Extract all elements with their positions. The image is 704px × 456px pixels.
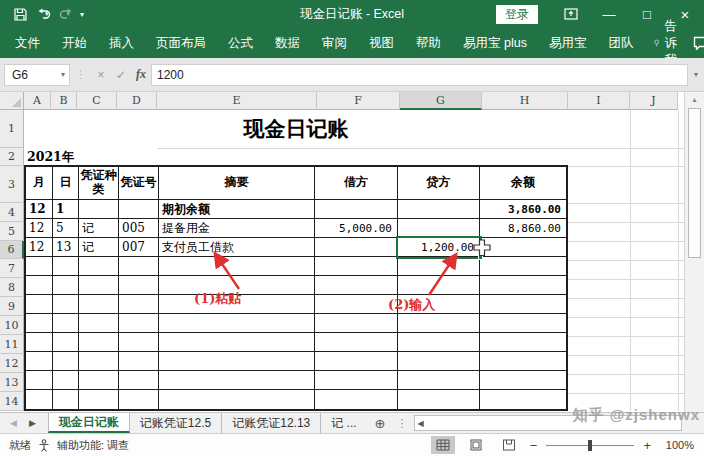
ribbon-tab-page-layout[interactable]: 页面布局	[145, 28, 217, 58]
column-header-b[interactable]: B	[51, 92, 77, 110]
empty-cell[interactable]	[480, 371, 566, 389]
empty-cell[interactable]	[315, 390, 398, 409]
previous-sheet-icon[interactable]: ◀	[10, 418, 17, 428]
ribbon-tab-home[interactable]: 开始	[51, 28, 98, 58]
row-header-9[interactable]: 9	[0, 297, 24, 316]
vertical-scrollbar[interactable]: ▲ ▼	[684, 92, 704, 424]
row-header-7[interactable]: 7	[0, 259, 24, 278]
empty-cell[interactable]	[26, 295, 53, 313]
empty-cell[interactable]	[315, 333, 398, 351]
row-header-1[interactable]: 1	[0, 110, 24, 148]
empty-cell[interactable]	[53, 314, 79, 332]
cell-b4[interactable]: 1	[53, 200, 79, 218]
empty-cell[interactable]	[398, 257, 480, 275]
column-header-h[interactable]: H	[482, 92, 568, 110]
empty-cell[interactable]	[53, 390, 79, 409]
empty-cell[interactable]	[119, 390, 159, 409]
empty-cell[interactable]	[315, 257, 398, 275]
empty-cell[interactable]	[398, 371, 480, 389]
empty-cell[interactable]	[26, 276, 53, 294]
column-header-e[interactable]: E	[157, 92, 317, 110]
cancel-icon[interactable]: ×	[91, 68, 111, 82]
row-header-12[interactable]: 12	[0, 354, 24, 373]
ribbon-tab-insert[interactable]: 插入	[98, 28, 145, 58]
ribbon-tab-help[interactable]: 帮助	[405, 28, 452, 58]
row-header-6[interactable]: 6	[0, 241, 24, 259]
cell-c4[interactable]	[79, 200, 119, 218]
empty-cell[interactable]	[53, 352, 79, 370]
row-header-5[interactable]: 5	[0, 222, 24, 241]
row-header-13[interactable]: 13	[0, 373, 24, 392]
empty-cell[interactable]	[398, 352, 480, 370]
column-header-c[interactable]: C	[77, 92, 117, 110]
empty-cell[interactable]	[79, 333, 119, 351]
cell-a6[interactable]: 12	[26, 238, 53, 256]
next-sheet-icon[interactable]: ▶	[29, 418, 36, 428]
cell-e5[interactable]: 提备用金	[159, 219, 315, 237]
insert-function-icon[interactable]: fx	[131, 67, 151, 82]
page-layout-view-icon[interactable]	[464, 436, 488, 454]
zoom-out-icon[interactable]: −	[530, 438, 538, 453]
cell-c6[interactable]: 记	[79, 238, 119, 256]
header-day[interactable]: 日	[53, 167, 79, 199]
year-cell[interactable]: 2021年	[24, 148, 157, 166]
empty-cell[interactable]	[26, 314, 53, 332]
ribbon-tab-review[interactable]: 审阅	[311, 28, 358, 58]
cell-f5[interactable]: 5,000.00	[315, 219, 398, 237]
empty-cell[interactable]	[53, 276, 79, 294]
formula-input[interactable]: 1200	[151, 64, 688, 86]
empty-cell[interactable]	[79, 371, 119, 389]
cell-f4[interactable]	[315, 200, 398, 218]
empty-cell[interactable]	[159, 352, 315, 370]
cell-h4[interactable]: 3,860.00	[480, 200, 566, 218]
empty-cell[interactable]	[159, 257, 315, 275]
sheet-tab-voucher-12-13[interactable]: 记账凭证12.13	[222, 413, 321, 433]
enter-icon[interactable]: ✓	[111, 68, 131, 82]
minimize-button[interactable]: —	[590, 0, 628, 28]
empty-cell[interactable]	[26, 333, 53, 351]
empty-cell[interactable]	[79, 390, 119, 409]
sheet-tab-voucher-12-5[interactable]: 记账凭证12.5	[130, 413, 222, 433]
empty-cell[interactable]	[159, 390, 315, 409]
header-debit[interactable]: 借方	[315, 167, 398, 199]
cell-b6[interactable]: 13	[53, 238, 79, 256]
cell-b5[interactable]: 5	[53, 219, 79, 237]
comment-icon[interactable]	[693, 36, 704, 50]
empty-cell[interactable]	[79, 257, 119, 275]
header-credit[interactable]: 贷方	[398, 167, 480, 199]
empty-cell[interactable]	[398, 314, 480, 332]
cell-g4[interactable]	[398, 200, 480, 218]
row-header-4[interactable]: 4	[0, 203, 24, 222]
ribbon-tab-yiyongbao[interactable]: 易用宝	[538, 28, 598, 58]
ribbon-tab-yiyongbao-plus[interactable]: 易用宝 plus	[452, 28, 538, 58]
cell-c5[interactable]: 记	[79, 219, 119, 237]
row-header-11[interactable]: 11	[0, 335, 24, 354]
save-icon[interactable]	[14, 8, 27, 21]
empty-cell[interactable]	[53, 257, 79, 275]
selected-cell-border[interactable]	[396, 236, 482, 259]
empty-cell[interactable]	[315, 371, 398, 389]
empty-cell[interactable]	[119, 295, 159, 313]
empty-cell[interactable]	[159, 333, 315, 351]
column-header-g[interactable]: G	[400, 92, 482, 110]
empty-cell[interactable]	[119, 371, 159, 389]
empty-cell[interactable]	[53, 295, 79, 313]
scroll-up-icon[interactable]: ▲	[685, 93, 704, 106]
empty-cell[interactable]	[119, 314, 159, 332]
formula-bar-expand-icon[interactable]: ▾	[688, 70, 704, 79]
undo-dropdown-icon[interactable]: ▾	[45, 10, 49, 18]
empty-cell[interactable]	[315, 276, 398, 294]
column-header-a[interactable]: A	[24, 92, 51, 110]
row-header-14[interactable]: 14	[0, 392, 24, 411]
ribbon-tab-file[interactable]: 文件	[0, 28, 51, 58]
zoom-in-icon[interactable]: +	[643, 438, 651, 453]
cell-e4[interactable]: 期初余额	[159, 200, 315, 218]
empty-cell[interactable]	[53, 371, 79, 389]
redo-icon[interactable]	[59, 8, 73, 20]
empty-cell[interactable]	[26, 257, 53, 275]
empty-cell[interactable]	[26, 371, 53, 389]
name-box[interactable]: G6 ▾	[4, 64, 70, 86]
cell-h5[interactable]: 8,860.00	[480, 219, 566, 237]
row-header-3[interactable]: 3	[0, 166, 24, 203]
row-header-10[interactable]: 10	[0, 316, 24, 335]
